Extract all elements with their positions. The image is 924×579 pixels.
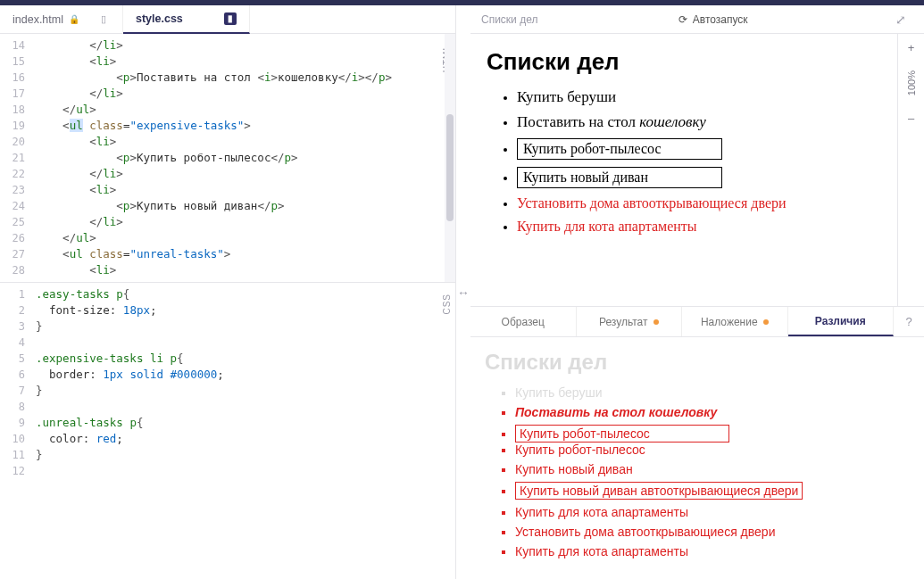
- zoom-out-button[interactable]: –: [908, 112, 914, 125]
- resize-icon: ↔: [457, 285, 470, 300]
- list-item: Установить дома автооткрывающиеся двери: [517, 195, 881, 211]
- diff-body: Списки дел Купить беруши Поставить на ст…: [470, 337, 924, 579]
- list-item: Установить дома автооткрывающиеся двери: [515, 525, 910, 539]
- gutter-html: 1415161718192021222324252627282930313233…: [0, 34, 32, 282]
- side-label-css: CSS: [442, 294, 452, 315]
- preview-title: Списки дел: [481, 13, 537, 26]
- diff-tab-sample[interactable]: Образец: [470, 307, 577, 336]
- expand-icon[interactable]: ⤢: [895, 12, 906, 27]
- panel-icon: ▯: [97, 13, 110, 26]
- code-css[interactable]: .easy-tasks p{ font-size: 18px; } .expen…: [32, 283, 455, 579]
- status-dot: [653, 319, 659, 325]
- zoom-rail: + 100% –: [897, 34, 924, 306]
- diff-tab-diff[interactable]: Различия: [788, 307, 895, 336]
- diff-tabs: Образец Результат Наложение Различия ?: [470, 307, 924, 337]
- editor-tabs: index.html 🔒 ▯ style.css ▮: [0, 5, 455, 34]
- diff-tab-overlay[interactable]: Наложение: [682, 307, 788, 336]
- code-html[interactable]: </li> <li> <p>Поставить на стол <i>кошел…: [32, 34, 455, 282]
- list-item: Купить новый диван автооткрывающиеся две…: [515, 482, 910, 500]
- tab-label: index.html: [12, 13, 63, 26]
- gutter-css: 123456789101112: [0, 283, 32, 579]
- lock-icon: 🔒: [69, 14, 79, 24]
- list-item: Купить робот-пылесос: [515, 443, 910, 457]
- html-editor[interactable]: 1415161718192021222324252627282930313233…: [0, 34, 455, 282]
- tab-index[interactable]: index.html 🔒 ▯: [0, 5, 123, 34]
- diff-tab-result[interactable]: Результат: [577, 307, 683, 336]
- autorun-label: Автозапуск: [693, 13, 748, 26]
- list-item: Купить беруши: [517, 88, 881, 106]
- autorun-toggle[interactable]: ⟳ Автозапуск: [678, 13, 748, 26]
- tab-style[interactable]: style.css ▮: [123, 5, 250, 34]
- panel-icon: ▮: [224, 12, 237, 25]
- tab-label: style.css: [136, 12, 183, 25]
- list-item: Купить новый диван: [515, 462, 910, 476]
- scrollbar[interactable]: [445, 34, 455, 282]
- help-button[interactable]: ?: [894, 307, 924, 336]
- list-item: Поставить на стол кошеловку: [517, 113, 881, 131]
- zoom-pct: 100%: [906, 70, 917, 95]
- diff-heading: Списки дел: [485, 350, 910, 375]
- css-editor[interactable]: 123456789101112 .easy-tasks p{ font-size…: [0, 283, 455, 579]
- zoom-in-button[interactable]: +: [908, 41, 915, 54]
- list-item: Купить для кота апартаменты: [515, 544, 910, 558]
- preview-heading: Списки дел: [487, 48, 881, 76]
- play-icon: ⟳: [678, 13, 687, 26]
- list-item: Купить робот-пылесос: [517, 138, 881, 160]
- list-item: Поставить на стол кошеловку: [515, 405, 910, 419]
- list-item: Купить новый диван: [517, 167, 881, 188]
- list-item: Купить беруши: [515, 385, 910, 400]
- list-item: Купить для кота апартаменты: [517, 219, 881, 235]
- list-item: Купить для кота апартаменты: [515, 505, 910, 519]
- list-item: Купить робот-пылесос: [515, 425, 910, 443]
- status-dot: [763, 319, 769, 325]
- resizer[interactable]: ↔: [456, 5, 470, 579]
- preview-body: Списки дел Купить беруши Поставить на ст…: [470, 34, 897, 302]
- preview-header: Списки дел ⟳ Автозапуск ⤢: [470, 5, 924, 34]
